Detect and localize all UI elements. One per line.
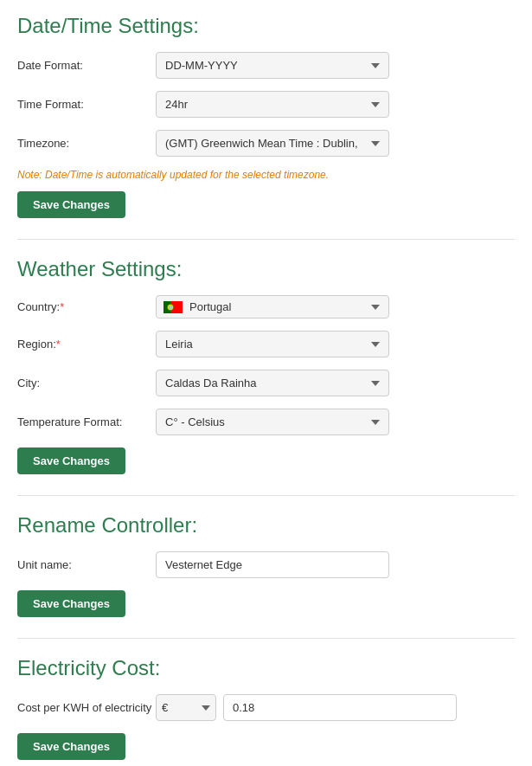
time-format-control: 24hr 12hr [156, 91, 389, 118]
temp-format-label: Temperature Format: [17, 415, 156, 428]
datetime-section: Date/Time Settings: Date Format: DD-MM-Y… [17, 14, 515, 218]
portugal-flag-icon [163, 301, 183, 313]
country-row: Country:* Portugal [17, 295, 515, 319]
timezone-control: (GMT) Greenwich Mean Time : Dublin, [156, 130, 389, 157]
electricity-cost-label: Cost per KWH of electricity [17, 701, 156, 714]
unit-name-row: Unit name: [17, 551, 515, 578]
svg-rect-4 [170, 306, 172, 308]
weather-save-button[interactable]: Save Changes [17, 447, 125, 474]
electricity-save-button[interactable]: Save Changes [17, 733, 125, 760]
divider-3 [17, 638, 515, 639]
time-format-row: Time Format: 24hr 12hr [17, 91, 515, 118]
rename-title: Rename Controller: [17, 513, 515, 537]
city-row: City: Caldas Da Rainha [17, 370, 515, 396]
electricity-title: Electricity Cost: [17, 656, 515, 680]
country-label: Country:* [17, 300, 156, 313]
divider-2 [17, 495, 515, 496]
electricity-inputs: € $ £ [156, 694, 457, 721]
time-format-select[interactable]: 24hr 12hr [156, 91, 389, 118]
date-format-label: Date Format: [17, 59, 156, 72]
country-value: Portugal [189, 300, 362, 313]
electricity-section: Electricity Cost: Cost per KWH of electr… [17, 656, 515, 760]
temp-format-row: Temperature Format: C° - Celsius F° - Fa… [17, 409, 515, 435]
unit-name-input[interactable] [156, 551, 389, 578]
timezone-select[interactable]: (GMT) Greenwich Mean Time : Dublin, [156, 130, 389, 157]
country-required-star: * [60, 300, 64, 313]
unit-name-label: Unit name: [17, 558, 156, 571]
country-dropdown-arrow-icon [371, 305, 380, 310]
time-format-label: Time Format: [17, 98, 156, 111]
weather-title: Weather Settings: [17, 257, 515, 281]
city-select[interactable]: Caldas Da Rainha [156, 370, 389, 396]
rename-section: Rename Controller: Unit name: Save Chang… [17, 513, 515, 617]
temp-format-select[interactable]: C° - Celsius F° - Fahrenheit [156, 409, 389, 435]
weather-section: Weather Settings: Country:* Portugal Reg… [17, 257, 515, 474]
region-select[interactable]: Leiria [156, 331, 389, 357]
date-format-select[interactable]: DD-MM-YYYY MM-DD-YYYY YYYY-MM-DD [156, 52, 389, 79]
city-label: City: [17, 377, 156, 389]
currency-select[interactable]: € $ £ [156, 694, 216, 721]
timezone-label: Timezone: [17, 137, 156, 150]
datetime-title: Date/Time Settings: [17, 14, 515, 38]
electricity-value-input[interactable] [223, 694, 457, 721]
rename-save-button[interactable]: Save Changes [17, 590, 125, 617]
city-control: Caldas Da Rainha [156, 370, 389, 396]
region-control: Leiria [156, 331, 389, 357]
temp-format-control: C° - Celsius F° - Fahrenheit [156, 409, 389, 435]
datetime-note: Note: Date/Time is automatically updated… [17, 169, 515, 181]
date-format-control: DD-MM-YYYY MM-DD-YYYY YYYY-MM-DD [156, 52, 389, 79]
region-row: Region:* Leiria [17, 331, 515, 357]
region-required-star: * [56, 338, 61, 351]
electricity-cost-row: Cost per KWH of electricity € $ £ [17, 694, 515, 721]
divider-1 [17, 239, 515, 240]
country-select-wrapper[interactable]: Portugal [156, 295, 389, 319]
date-format-row: Date Format: DD-MM-YYYY MM-DD-YYYY YYYY-… [17, 52, 515, 79]
region-label: Region:* [17, 338, 156, 351]
datetime-save-button[interactable]: Save Changes [17, 191, 125, 218]
timezone-row: Timezone: (GMT) Greenwich Mean Time : Du… [17, 130, 515, 157]
